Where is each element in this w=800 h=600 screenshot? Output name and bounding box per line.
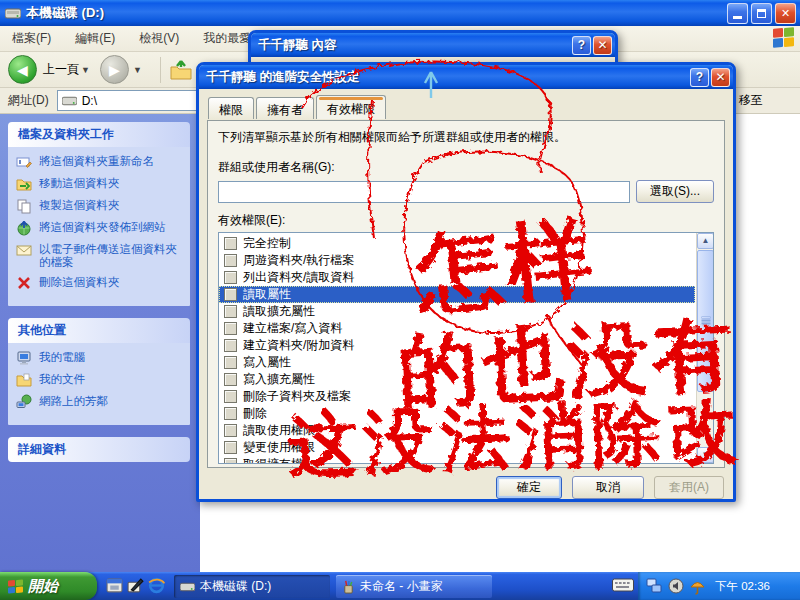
sidebar-item-move[interactable]: 移動這個資料夾 [16,177,186,192]
checkbox-icon[interactable] [224,407,237,420]
close-button[interactable]: ✕ [775,3,796,24]
keyboard-icon[interactable] [612,577,634,593]
close-button[interactable]: ✕ [711,68,730,87]
drive-icon [180,581,195,593]
sidebar-item-my-computer[interactable]: 我的電腦 [16,351,186,366]
back-label[interactable]: 上一頁 [43,61,79,78]
scroll-up-icon[interactable]: ▲ [697,233,714,249]
taskbar-item-local-disk[interactable]: 本機磁碟 (D:) [174,575,330,598]
tab-strip: 權限 擁有者 有效權限 [208,95,725,119]
internet-explorer-icon[interactable] [148,577,165,594]
permission-row[interactable]: 取得擁有權 [219,456,695,464]
toolbar-separator [160,57,161,83]
panel-header[interactable]: 檔案及資料夾工作 [8,122,190,147]
permission-row[interactable]: 刪除子資料夾及檔案 [219,388,695,405]
tab-effective-permissions[interactable]: 有效權限 [316,95,386,119]
sidebar-item-my-documents[interactable]: 我的文件 [16,373,186,388]
forward-dropdown-icon[interactable]: ▼ [133,65,142,75]
rename-icon [16,154,32,170]
select-button[interactable]: 選取(S)... [636,180,714,203]
back-dropdown-icon[interactable]: ▼ [81,65,90,75]
scroll-down-icon[interactable]: ▼ [697,447,714,463]
panel-header[interactable]: 詳細資料 [8,437,190,462]
permission-row[interactable]: 變更使用權限 [219,439,695,456]
checkbox-icon[interactable] [224,424,237,437]
volume-icon[interactable] [668,578,684,594]
permission-row[interactable]: 列出資料夾/讀取資料 [219,269,695,286]
permission-row[interactable]: 周遊資料夾/執行檔案 [219,252,695,269]
close-button[interactable]: ✕ [593,36,612,55]
desktop: { "explorer": { "title": "本機磁碟 (D:)", "m… [0,0,800,600]
tab-owner[interactable]: 擁有者 [256,97,314,119]
help-button[interactable]: ? [690,68,709,87]
permission-row[interactable]: 讀取擴充屬性 [219,303,695,320]
security-dialog: 千千靜聽 的進階安全性設定 ? ✕ 權限 擁有者 有效權限 下列清單顯示基於所有… [196,62,736,502]
back-button[interactable]: ◀ [8,55,37,84]
checkbox-icon[interactable] [224,305,237,318]
scrollbar[interactable]: ▲ ▼ [696,233,713,463]
permission-row[interactable]: 建立檔案/寫入資料 [219,320,695,337]
checkbox-icon[interactable] [224,288,237,301]
sidebar-item-email[interactable]: 以電子郵件傳送這個資料夾的檔案 [16,243,186,269]
start-button[interactable]: 開始 [0,572,97,600]
checkbox-icon[interactable] [224,356,237,369]
quick-launch-app-icon[interactable] [106,577,123,594]
tab-page: 下列清單顯示基於所有相關權限而給予所選群組或使用者的權限。 群組或使用者名稱(G… [207,120,725,468]
group-name-input[interactable] [218,181,630,203]
permission-row[interactable]: 寫入擴充屬性 [219,371,695,388]
sidebar-item-copy[interactable]: 複製這個資料夾 [16,199,186,214]
sidebar-item-rename[interactable]: 將這個資料夾重新命名 [16,155,186,170]
checkbox-icon[interactable] [224,339,237,352]
menu-file[interactable]: 檔案(F) [12,30,51,47]
checkbox-icon[interactable] [224,271,237,284]
move-icon [16,176,32,192]
sidebar-item-network[interactable]: 網路上的芳鄰 [16,395,186,410]
up-folder-button[interactable] [169,59,193,81]
drive-icon [5,6,21,20]
menu-view[interactable]: 檢視(V) [139,30,179,47]
checkbox-icon[interactable] [224,390,237,403]
checkbox-icon[interactable] [224,441,237,454]
checkbox-icon[interactable] [224,254,237,267]
minimize-button[interactable] [727,3,748,24]
paint-icon [342,580,355,594]
window-title: 本機磁碟 (D:) [26,4,727,22]
help-button[interactable]: ? [572,36,591,55]
checkbox-icon[interactable] [224,237,237,250]
permission-row-selected[interactable]: 讀取屬性 [219,286,695,303]
taskbar-item-paint[interactable]: 未命名 - 小畫家 [336,575,492,598]
cancel-button[interactable]: 取消 [572,476,644,499]
computer-icon [16,350,32,366]
group-name-label: 群組或使用者名稱(G): [218,159,714,176]
permission-row[interactable]: 刪除 [219,405,695,422]
start-label: 開始 [28,577,58,596]
permission-row[interactable]: 寫入屬性 [219,354,695,371]
windows-flag-icon [8,579,23,593]
ok-button[interactable]: 確定 [496,476,562,499]
umbrella-icon[interactable] [689,578,706,595]
tab-permissions[interactable]: 權限 [208,97,254,119]
task-pane: 檔案及資料夾工作 將這個資料夾重新命名 移動這個資料夾 [0,114,200,572]
permission-row[interactable]: 讀取使用權限 [219,422,695,439]
sidebar-item-delete[interactable]: 刪除這個資料夾 [16,276,186,291]
apply-button[interactable]: 套用(A) [654,476,724,499]
checkbox-icon[interactable] [224,458,237,464]
checkbox-icon[interactable] [224,373,237,386]
documents-icon [16,372,32,388]
effective-permissions-label: 有效權限(E): [218,212,714,229]
explorer-titlebar: 本機磁碟 (D:) ✕ [0,0,800,26]
maximize-button[interactable] [751,3,772,24]
permission-row[interactable]: 完全控制 [219,235,695,252]
forward-button[interactable]: ▶ [100,55,129,84]
sidebar-item-publish[interactable]: 將這個資料夾發佈到網站 [16,221,186,236]
show-desktop-icon[interactable] [127,577,144,594]
panel-header[interactable]: 其他位置 [8,318,190,343]
scrollbar-thumb[interactable] [697,250,714,392]
permission-row[interactable]: 建立資料夾/附加資料 [219,337,695,354]
address-value: D:\ [82,94,97,108]
network-status-icon[interactable] [646,578,663,595]
taskbar: 開始 本機磁碟 (D:) 未命名 - 小畫家 [0,572,800,600]
checkbox-icon[interactable] [224,322,237,335]
menu-edit[interactable]: 編輯(E) [75,30,115,47]
windows-logo-icon [773,28,794,47]
